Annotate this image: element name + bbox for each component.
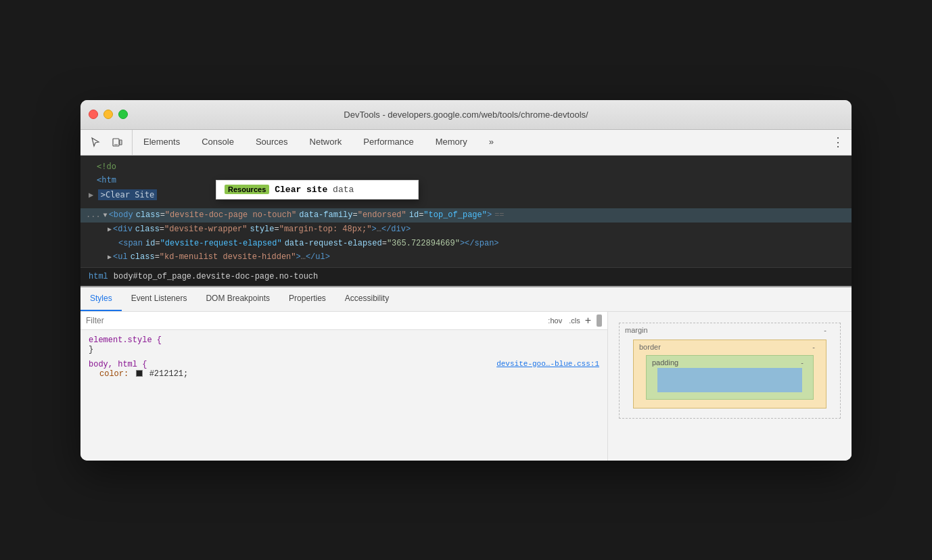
tab-event-listeners[interactable]: Event Listeners [122, 287, 197, 311]
tab-network[interactable]: Network [299, 130, 353, 155]
breadcrumb-body[interactable]: body#top_of_page.devsite-doc-page.no-tou… [114, 272, 318, 281]
html-row-body[interactable]: ... ▼ <body class="devsite-doc-page no-t… [80, 208, 852, 223]
html-content: ... ▼ <body class="devsite-doc-page no-t… [80, 206, 852, 267]
filter-pseudo-buttons: :hov .cls + [546, 315, 591, 326]
padding-label: padding [652, 358, 678, 367]
autocomplete-badge: Resources [225, 185, 269, 194]
padding-value: - [801, 358, 803, 367]
devtools-content: <!do <htm ▶ >Clear Site Resources Clear … [80, 156, 852, 286]
add-style-button[interactable]: + [585, 315, 591, 326]
tab-more[interactable]: » [478, 130, 505, 155]
clear-site-row: ▶ >Clear Site [80, 187, 852, 202]
svg-rect-1 [120, 140, 122, 145]
border-value: - [812, 343, 815, 351]
bottom-panel: Styles Event Listeners DOM Breakpoints P… [80, 286, 852, 461]
border-box: border - padding - [633, 340, 826, 409]
breadcrumb: html body#top_of_page.devsite-doc-page.n… [80, 267, 852, 286]
toolbar-end: ⋮ [824, 130, 852, 155]
cursor-icon[interactable] [86, 133, 105, 151]
border-label: border [639, 343, 661, 351]
css-rule-element-style: element.style { } [89, 335, 599, 354]
bottom-tabs: Styles Event Listeners DOM Breakpoints P… [80, 287, 852, 312]
styles-content: element.style { } body, html { devsite-g… [80, 330, 607, 461]
filter-input[interactable] [86, 316, 540, 325]
html-row-span[interactable]: <span id="devsite-request-elapsed" data-… [80, 237, 852, 250]
breadcrumb-html[interactable]: html [89, 272, 108, 281]
tab-memory[interactable]: Memory [425, 130, 478, 155]
minimize-button[interactable] [103, 110, 113, 119]
styles-filter-bar: :hov .cls + [80, 312, 607, 330]
content-box [657, 368, 802, 392]
styles-left: :hov .cls + element.style { } [80, 312, 608, 461]
clear-site-input[interactable]: >Clear Site [98, 189, 157, 200]
traffic-lights [89, 110, 128, 119]
html-row-ul[interactable]: ▶ <ul class="kd-menulist devsite-hidden"… [80, 250, 852, 264]
title-bar: DevTools - developers.google.com/web/too… [80, 100, 852, 130]
styles-panel: :hov .cls + element.style { } [80, 312, 852, 461]
autocomplete-item[interactable]: Resources Clear site data [216, 181, 418, 199]
autocomplete-text-bold: Clear site [275, 185, 327, 195]
tab-accessibility[interactable]: Accessibility [335, 287, 398, 311]
css-selector-body: body, html { [89, 360, 147, 369]
html-row-doctype: <!do [80, 160, 852, 173]
box-model-panel: margin - border - padding - [608, 312, 852, 461]
window-title: DevTools - developers.google.com/web/too… [344, 110, 588, 120]
tab-styles[interactable]: Styles [80, 287, 122, 311]
toolbar-icons [80, 130, 133, 155]
css-selector: element.style { [89, 335, 162, 345]
padding-box: padding - [646, 355, 814, 400]
tab-properties[interactable]: Properties [279, 287, 335, 311]
margin-box: margin - border - padding - [619, 323, 841, 419]
device-icon[interactable] [108, 133, 126, 151]
css-property-color: color: [99, 369, 129, 379]
maximize-button[interactable] [118, 110, 128, 119]
main-tabs: Elements Console Sources Network Perform… [133, 130, 824, 155]
tab-console[interactable]: Console [191, 130, 245, 155]
html-row-div-wrapper[interactable]: ▶ <div class="devsite-wrapper" style="ma… [80, 223, 852, 237]
css-rule-body-html: body, html { devsite-goo…-blue.css:1 col… [89, 360, 599, 379]
filter-resize-handle[interactable] [597, 314, 602, 327]
color-swatch[interactable] [136, 370, 143, 377]
devtools-window: DevTools - developers.google.com/web/too… [80, 100, 852, 461]
margin-value: - [824, 326, 826, 334]
margin-label: margin [625, 326, 648, 334]
tab-sources[interactable]: Sources [245, 130, 299, 155]
tab-performance[interactable]: Performance [352, 130, 424, 155]
elements-panel-top: <!do <htm ▶ >Clear Site Resources Clear … [80, 156, 852, 206]
css-value-color: #212121; [149, 369, 189, 379]
cls-button[interactable]: .cls [567, 316, 582, 325]
autocomplete-text-normal: data [327, 185, 354, 195]
tab-dom-breakpoints[interactable]: DOM Breakpoints [196, 287, 279, 311]
hov-button[interactable]: :hov [546, 316, 564, 325]
autocomplete-dropdown[interactable]: Resources Clear site data [216, 180, 419, 200]
css-source-link[interactable]: devsite-goo…-blue.css:1 [496, 360, 599, 368]
devtools-toolbar: Elements Console Sources Network Perform… [80, 130, 852, 156]
close-button[interactable] [89, 110, 98, 119]
html-row-html: <htm [80, 173, 852, 187]
more-menu-button[interactable]: ⋮ [830, 134, 846, 150]
tab-elements[interactable]: Elements [133, 130, 191, 155]
